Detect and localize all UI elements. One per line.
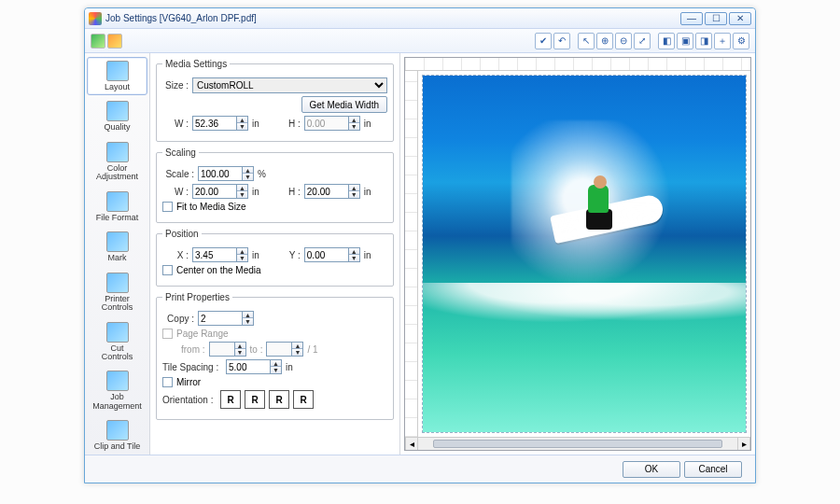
- sidebar-item-quality[interactable]: Quality: [87, 97, 147, 135]
- canvas[interactable]: [422, 75, 747, 433]
- scaling-settings: Scaling Scale : ▲▼ % W : ▲▼ in H : ▲▼ in…: [156, 147, 394, 223]
- position-settings: Position X : ▲▼ in Y : ▲▼ in Center on t…: [156, 229, 394, 287]
- page-to-input: [266, 342, 292, 357]
- mirror-checkbox[interactable]: Mirror: [162, 377, 387, 387]
- media-width-stepper[interactable]: ▲▼: [237, 116, 248, 131]
- sidebar-item-printer-controls[interactable]: Printer Controls: [87, 269, 147, 316]
- preview-image: [423, 76, 746, 432]
- page-range-checkbox: Page Range: [162, 329, 387, 339]
- close-button[interactable]: ✕: [729, 12, 751, 25]
- file-format-icon: [106, 191, 129, 212]
- snap-right-icon[interactable]: ◨: [695, 33, 712, 49]
- cut-controls-icon: [106, 322, 129, 343]
- print-properties: Print Properties Copy : ▲▼ Page Range fr…: [156, 292, 394, 420]
- orient-3[interactable]: R: [293, 390, 314, 409]
- scrollbar-horizontal[interactable]: ◂▸: [405, 437, 750, 450]
- footer: OK Cancel: [85, 455, 755, 483]
- mark-icon: [106, 231, 129, 252]
- orient-1[interactable]: R: [245, 390, 265, 409]
- tile-spacing-input[interactable]: [226, 359, 271, 374]
- roll-icon[interactable]: [91, 34, 105, 49]
- zoom-in-icon[interactable]: ⊕: [596, 33, 613, 49]
- titlebar: Job Settings [VG640_Arlon DPF.pdf] — ☐ ✕: [85, 8, 755, 29]
- media-height-input: [304, 116, 349, 131]
- job-management-icon: [106, 371, 129, 391]
- ok-button[interactable]: OK: [623, 461, 680, 478]
- copy-input[interactable]: [198, 311, 243, 326]
- app-icon: [89, 12, 102, 25]
- sidebar: Layout Quality Color Adjustment File For…: [85, 53, 150, 455]
- sidebar-item-clip-and-tile[interactable]: Clip and Tile: [87, 416, 147, 455]
- page-from-input: [209, 342, 235, 357]
- window-title: Job Settings [VG640_Arlon DPF.pdf]: [105, 13, 680, 23]
- quality-icon: [106, 101, 129, 121]
- cancel-button[interactable]: Cancel: [684, 461, 742, 478]
- ruler-vertical: [405, 71, 418, 437]
- settings-icon[interactable]: ⚙: [733, 33, 749, 49]
- zoom-out-icon[interactable]: ⊖: [615, 33, 632, 49]
- printer-controls-icon: [106, 273, 129, 293]
- preview-pane: ◂▸: [400, 53, 755, 455]
- color-adjustment-icon: [106, 142, 129, 162]
- sidebar-item-cut-controls[interactable]: Cut Controls: [87, 318, 147, 366]
- layout-icon: [106, 61, 129, 81]
- media-width-input[interactable]: [192, 116, 237, 131]
- scale-width-input[interactable]: [192, 184, 237, 199]
- apply-icon[interactable]: ✔: [535, 33, 552, 49]
- sidebar-item-job-management[interactable]: Job Management: [87, 367, 147, 414]
- snap-left-icon[interactable]: ◧: [658, 33, 675, 49]
- settings-panel: Media Settings Size : CustomROLL Get Med…: [150, 53, 400, 455]
- maximize-button[interactable]: ☐: [705, 12, 727, 25]
- media-size-select[interactable]: CustomROLL: [192, 77, 387, 93]
- toolbar: ✔ ↶ ↖ ⊕ ⊖ ⤢ ◧ ▣ ◨ ＋ ⚙: [85, 29, 755, 53]
- fit-to-media-checkbox[interactable]: Fit to Media Size: [162, 202, 387, 212]
- pos-y-input[interactable]: [304, 247, 349, 262]
- clip-tile-icon: [106, 420, 129, 441]
- sidebar-item-color-adjustment[interactable]: Color Adjustment: [87, 138, 147, 186]
- orient-2[interactable]: R: [269, 390, 289, 409]
- sidebar-item-mark[interactable]: Mark: [87, 228, 147, 266]
- pointer-icon[interactable]: ↖: [578, 33, 595, 49]
- scale-stepper[interactable]: ▲▼: [243, 166, 254, 181]
- window: Job Settings [VG640_Arlon DPF.pdf] — ☐ ✕…: [84, 7, 756, 483]
- pos-x-input[interactable]: [192, 247, 237, 262]
- ruler-horizontal: [405, 58, 750, 71]
- canvas-frame: ◂▸: [404, 57, 751, 451]
- media-settings: Media Settings Size : CustomROLL Get Med…: [156, 59, 394, 142]
- sidebar-item-layout[interactable]: Layout: [87, 57, 147, 95]
- add-icon[interactable]: ＋: [714, 33, 731, 49]
- orient-0[interactable]: R: [220, 390, 241, 409]
- zoom-fit-icon[interactable]: ⤢: [634, 33, 651, 49]
- undo-icon[interactable]: ↶: [553, 33, 570, 49]
- minimize-button[interactable]: —: [680, 12, 703, 25]
- scale-input[interactable]: [198, 166, 243, 181]
- snap-center-icon[interactable]: ▣: [677, 33, 693, 49]
- tool-icon[interactable]: [107, 34, 122, 49]
- sidebar-item-file-format[interactable]: File Format: [87, 188, 147, 226]
- center-on-media-checkbox[interactable]: Center on the Media: [162, 265, 387, 275]
- get-media-width-button[interactable]: Get Media Width: [301, 96, 387, 113]
- scale-height-input[interactable]: [304, 184, 349, 199]
